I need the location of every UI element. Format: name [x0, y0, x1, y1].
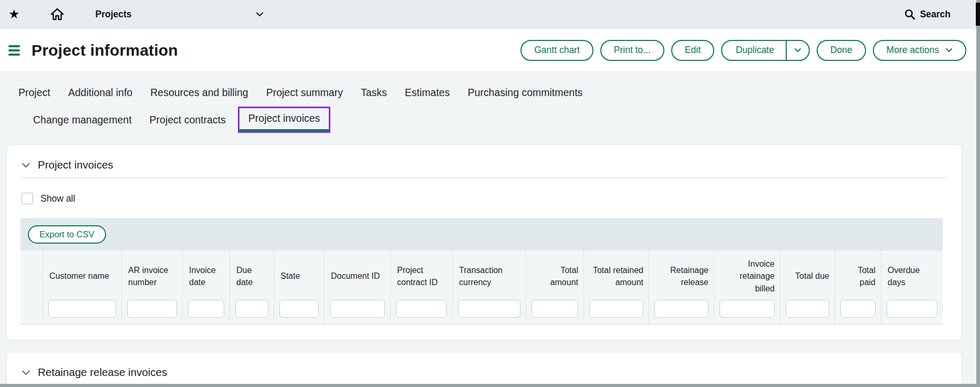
tab-row-2: Change managementProject contractsProjec…	[9, 107, 980, 133]
grid-toolbar: Export to CSV	[20, 218, 943, 250]
column-header-label[interactable]: Invoice date	[183, 250, 230, 299]
page-title: Project information	[32, 41, 178, 59]
column-header-label[interactable]: Total paid	[835, 250, 881, 299]
tab-additional-info[interactable]: Additional info	[59, 82, 142, 106]
tab-project-summary[interactable]: Project summary	[257, 82, 352, 106]
workspace-selector-label: Projects	[96, 9, 132, 20]
column-header-label[interactable]: State	[274, 250, 324, 299]
right-scrollbar-track[interactable]	[976, 0, 980, 387]
export-to-csv-button[interactable]: Export to CSV	[28, 225, 106, 244]
filter-input-due-date[interactable]	[235, 300, 268, 318]
section-divider	[20, 177, 948, 178]
column-state: State	[274, 250, 324, 324]
column-document-id: Document ID	[324, 250, 390, 324]
column-transaction-currency: Transaction currency	[452, 250, 526, 324]
top-navigation-bar: ★ Projects Search	[0, 0, 980, 29]
menu-button-label: More actions	[887, 45, 939, 56]
column-total-retained-amount: Total retained amount	[583, 250, 649, 324]
column-invoice-date: Invoice date	[182, 250, 230, 324]
filter-input-invoice-retainage-billed[interactable]	[720, 300, 775, 318]
filter-input-total-amount[interactable]	[531, 300, 578, 318]
show-all-row: Show all	[22, 193, 948, 204]
search-button[interactable]: Search	[904, 9, 951, 20]
chevron-down-icon	[256, 12, 264, 17]
filter-input-overdue-days[interactable]	[887, 300, 937, 318]
column-header-label[interactable]: Customer name	[43, 250, 121, 299]
filter-input-total-paid[interactable]	[840, 300, 875, 318]
column-header-label[interactable]: Document ID	[325, 250, 390, 299]
collapse-chevron-icon	[22, 370, 30, 375]
action-button-group: Gantt chartPrint to...EditDuplicateDoneM…	[520, 40, 966, 61]
tab-project[interactable]: Project	[9, 82, 59, 106]
chevron-down-icon	[945, 48, 953, 53]
print-to-button[interactable]: Print to...	[600, 40, 664, 61]
grid-header-row: Customer nameAR invoice numberInvoice da…	[20, 250, 943, 325]
column-customer-name: Customer name	[43, 250, 121, 324]
filter-input-retainage-release[interactable]	[654, 300, 708, 318]
tab-change-management[interactable]: Change management	[24, 110, 141, 133]
duplicate-button[interactable]: Duplicate	[721, 40, 810, 61]
column-header-label[interactable]: Due date	[230, 250, 274, 299]
column-header-label[interactable]: Project contract ID	[391, 250, 452, 299]
filter-input-state[interactable]	[279, 300, 319, 318]
screen-title-band: Project information Gantt chartPrint to.…	[0, 29, 980, 72]
more-actions-button[interactable]: More actions	[873, 40, 966, 61]
right-scrollbar-thumb[interactable]	[976, 3, 980, 26]
column-total-paid: Total paid	[835, 250, 881, 324]
column-total-due: Total due	[780, 250, 835, 324]
filter-input-project-contract-id[interactable]	[396, 300, 447, 318]
column-header-label	[20, 250, 43, 324]
split-button-label[interactable]: Duplicate	[722, 41, 786, 60]
invoices-grid: Export to CSV Customer nameAR invoice nu…	[20, 218, 943, 325]
column-header-label[interactable]: Retainage release	[649, 250, 714, 299]
section-title: Project invoices	[38, 159, 113, 171]
column-header-label[interactable]: Total retained amount	[584, 250, 649, 299]
filter-input-document-id[interactable]	[330, 300, 385, 318]
retainage-section-header[interactable]: Retainage release invoices	[20, 363, 948, 385]
column-row-selector	[20, 250, 43, 324]
column-header-label[interactable]: Invoice retainage billed	[714, 250, 780, 299]
search-label: Search	[920, 9, 951, 20]
gantt-chart-button[interactable]: Gantt chart	[520, 40, 593, 61]
section-title: Retainage release invoices	[38, 366, 167, 379]
filter-input-transaction-currency[interactable]	[458, 300, 520, 318]
column-due-date: Due date	[230, 250, 274, 324]
column-overdue-days: Overdue days	[881, 250, 943, 324]
edit-button[interactable]: Edit	[671, 40, 714, 61]
tab-project-invoices[interactable]: Project invoices	[239, 108, 329, 131]
list-menu-icon[interactable]	[8, 45, 20, 56]
chevron-down-icon[interactable]	[787, 41, 809, 60]
workspace-selector[interactable]: Projects	[96, 9, 264, 20]
show-all-label: Show all	[40, 193, 75, 204]
column-ar-invoice-number: AR invoice number	[121, 250, 182, 324]
column-project-contract-id: Project contract ID	[390, 250, 452, 324]
collapse-chevron-icon	[22, 162, 30, 168]
tab-estimates[interactable]: Estimates	[396, 82, 459, 106]
column-header-label[interactable]: Transaction currency	[453, 250, 526, 299]
column-total-amount: Total amount	[526, 250, 583, 324]
tab-bar: ProjectAdditional infoResources and bill…	[0, 72, 980, 133]
tab-resources-and-billing[interactable]: Resources and billing	[141, 82, 257, 106]
column-header-label[interactable]: Overdue days	[881, 250, 943, 299]
filter-input-invoice-date[interactable]	[188, 300, 224, 318]
search-icon	[904, 9, 915, 20]
tab-project-contracts[interactable]: Project contracts	[141, 110, 235, 133]
active-tab-highlight-box: Project invoices	[238, 107, 331, 133]
column-header-label[interactable]: Total due	[780, 250, 835, 299]
filter-input-total-retained-amount[interactable]	[589, 300, 643, 318]
tab-purchasing-commitments[interactable]: Purchasing commitments	[458, 82, 591, 106]
favorite-star-icon[interactable]: ★	[8, 7, 20, 22]
project-invoices-section-header[interactable]: Project invoices	[20, 155, 948, 177]
filter-input-total-due[interactable]	[786, 300, 829, 318]
filter-input-customer-name[interactable]	[48, 300, 116, 318]
done-button[interactable]: Done	[817, 40, 866, 61]
show-all-checkbox[interactable]	[22, 193, 33, 204]
column-invoice-retainage-billed: Invoice retainage billed	[714, 250, 780, 324]
bottom-window-edge	[0, 384, 980, 387]
filter-input-ar-invoice-number[interactable]	[127, 300, 177, 318]
column-header-label[interactable]: AR invoice number	[122, 250, 182, 299]
tab-tasks[interactable]: Tasks	[352, 82, 396, 106]
home-icon[interactable]	[50, 8, 64, 20]
retainage-release-invoices-panel: Retainage release invoices	[6, 352, 962, 387]
column-header-label[interactable]: Total amount	[526, 250, 583, 299]
